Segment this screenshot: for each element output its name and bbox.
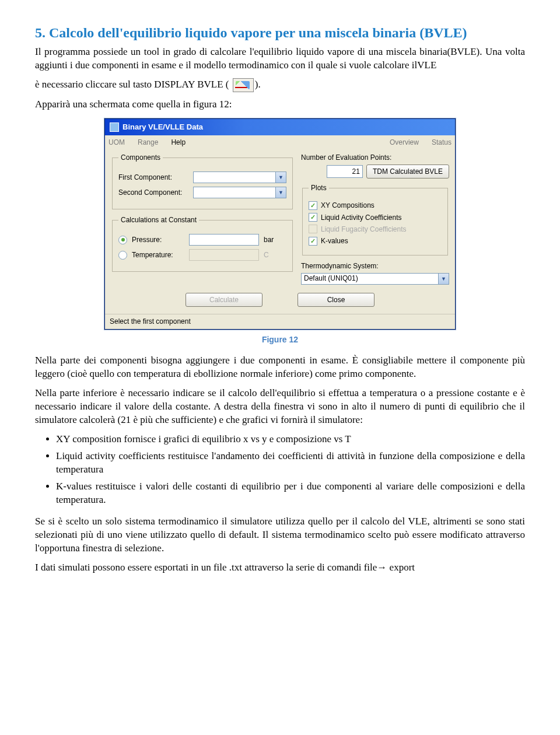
pressure-unit: bar (264, 235, 274, 244)
menu-help[interactable]: Help (171, 138, 186, 147)
section-heading: 5. Calcolo dell'equilibrio liquido vapor… (35, 23, 525, 42)
components-legend: Components (118, 153, 163, 162)
close-button[interactable]: Close (298, 293, 374, 307)
chevron-down-icon: ▼ (275, 187, 286, 198)
menu-status[interactable]: Status (432, 138, 452, 147)
liq-fug-check (309, 225, 317, 233)
menu-range[interactable]: Range (138, 138, 158, 147)
para-export: I dati simulati possono essere esportati… (35, 561, 525, 575)
chevron-down-icon: ▼ (438, 274, 449, 284)
para-components: Nella parte dei componenti bisogna aggiu… (35, 354, 525, 381)
thermo-label: Thermodynamic System: (301, 261, 449, 271)
display-bvle-icon (233, 78, 254, 92)
bullet-list: XY composition fornisce i grafici di equ… (56, 433, 525, 507)
tdm-calculated-button[interactable]: TDM Calculated BVLE (366, 164, 449, 178)
xy-label: XY Compositions (321, 201, 374, 210)
temperature-input (189, 249, 259, 261)
calculations-legend: Calculations at Constant (118, 215, 199, 225)
dialog-title: Binary VLE/VLLE Data (123, 122, 203, 132)
kvalues-check[interactable] (309, 237, 317, 246)
second-component-combo[interactable]: ▼ (193, 187, 286, 198)
click-suffix: ). (255, 79, 261, 90)
kvalues-label: K-values (321, 236, 348, 246)
eval-points-value[interactable]: 21 (327, 165, 363, 178)
figure-caption: Figure 12 (35, 334, 525, 345)
dialog-menubar: UOM Range Help Overview Status (105, 135, 455, 148)
xy-check[interactable] (309, 201, 317, 210)
pressure-input[interactable] (189, 234, 259, 246)
para-thermo: Se si è scelto un solo sistema termodina… (35, 515, 525, 555)
click-prefix: è necessario cliccare sul tasto DISPLAY … (35, 79, 229, 90)
thermo-combo[interactable]: Default (UNIQ01) ▼ (301, 273, 449, 285)
intro-para: Il programma possiede un tool in grado d… (35, 46, 525, 72)
chevron-down-icon: ▼ (275, 172, 286, 183)
second-component-label: Second Component: (118, 188, 188, 197)
menu-uom[interactable]: UOM (108, 138, 125, 147)
bullet-kvalues: K-values restituisce i valori delle cost… (56, 480, 525, 507)
temperature-radio[interactable] (118, 251, 127, 260)
bullet-liq-act: Liquid activity coefficients restituisce… (56, 450, 525, 477)
thermo-value: Default (UNIQ01) (302, 273, 360, 284)
status-bar: Select the first component (105, 314, 455, 328)
appear-para: Apparirà una schermata come quella in fi… (35, 98, 525, 111)
eval-points-label: Number of Evaluation Points: (301, 153, 449, 162)
pressure-radio[interactable] (118, 236, 127, 244)
click-instruction: è necessario cliccare sul tasto DISPLAY … (35, 78, 525, 92)
calculate-button: Calculate (186, 293, 262, 307)
liq-act-check[interactable] (309, 213, 317, 222)
plots-group: Plots XY Compositions Liquid Activity Co… (302, 183, 448, 256)
pressure-label: Pressure: (132, 235, 184, 244)
first-component-combo[interactable]: ▼ (193, 172, 286, 183)
liq-fug-label: Liquid Fugacity Coefficients (321, 225, 407, 234)
bvle-dialog: Binary VLE/VLLE Data UOM Range Help Over… (104, 118, 456, 329)
temperature-unit: C (264, 250, 269, 260)
window-icon (110, 123, 119, 132)
menu-overview[interactable]: Overview (390, 138, 419, 147)
para-lower: Nella parte inferiore è necessario indic… (35, 387, 525, 427)
dialog-titlebar: Binary VLE/VLLE Data (105, 119, 455, 135)
plots-legend: Plots (309, 183, 329, 192)
temperature-label: Temperature: (132, 250, 184, 260)
liq-act-label: Liquid Activity Coefficients (321, 213, 402, 222)
calculations-group: Calculations at Constant Pressure: bar T… (112, 215, 293, 272)
first-component-label: First Component: (118, 173, 188, 182)
bullet-xy: XY composition fornisce i grafici di equ… (56, 433, 525, 446)
components-group: Components First Component: ▼ Second Com… (112, 153, 293, 209)
